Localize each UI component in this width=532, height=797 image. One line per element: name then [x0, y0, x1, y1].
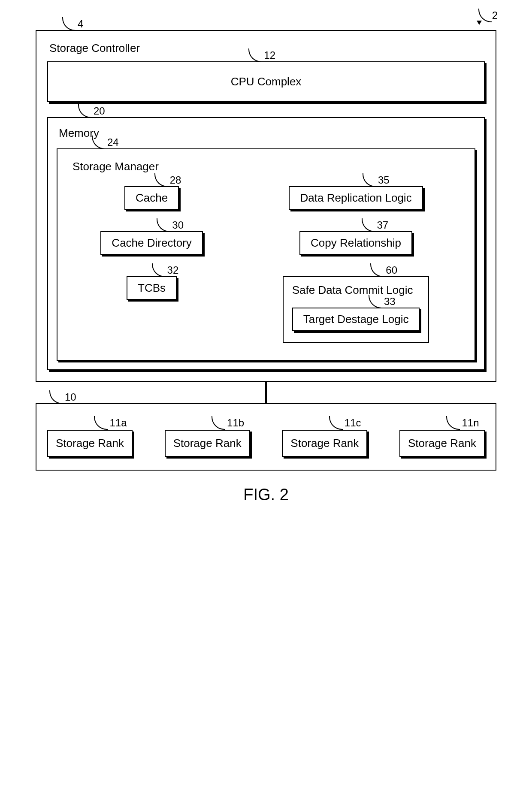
storage-rank-box-n: Storage Rank: [399, 430, 485, 457]
ref-11n-text: 11n: [462, 417, 479, 429]
ref-11a-text: 11a: [109, 417, 127, 429]
connector-line: [265, 382, 267, 403]
storage-array-box: 10 11a Storage Rank 11b Storage Rank 1: [36, 403, 496, 471]
data-replication-box: 35 Data Replication Logic: [289, 186, 423, 210]
ref-37-text: 37: [377, 219, 389, 231]
ref-4-text: 4: [78, 18, 83, 30]
ref-20: 20: [78, 104, 105, 118]
copy-relationship-box: 37 Copy Relationship: [299, 231, 412, 255]
cpu-complex-box: 12 CPU Complex: [47, 61, 485, 102]
storage-rank-box-b: Storage Rank: [165, 430, 250, 457]
ref-24: 24: [92, 136, 119, 149]
ref-2-text: 2: [492, 9, 498, 21]
tcbs-box: 32 TCBs: [127, 276, 177, 300]
cache-box: 28 Cache: [124, 186, 179, 210]
ref-28-text: 28: [170, 174, 181, 186]
ref-12: 12: [248, 48, 275, 62]
cache-text: Cache: [136, 191, 168, 204]
storage-rank-text-b: Storage Rank: [173, 437, 242, 450]
ref-32-text: 32: [167, 264, 179, 276]
cache-directory-box: 30 Cache Directory: [100, 231, 203, 255]
ref-10-text: 10: [65, 391, 76, 403]
ref-60-text: 60: [386, 264, 397, 276]
storage-manager-box: 24 Storage Manager 28 Cache: [57, 148, 475, 361]
storage-rank-box-c: Storage Rank: [282, 430, 367, 457]
ref-33-text: 33: [384, 296, 396, 308]
data-replication-text: Data Replication Logic: [300, 191, 411, 204]
ref-20-text: 20: [94, 105, 105, 117]
storage-controller-box: 4 Storage Controller 12 CPU Complex 20 M…: [36, 30, 496, 382]
storage-rank-box-a: Storage Rank: [47, 430, 133, 457]
memory-box: 20 Memory 24 Storage Manager 28 Cache: [47, 117, 485, 370]
ref-4: 4: [62, 17, 83, 31]
storage-rank-text-c: Storage Rank: [290, 437, 359, 450]
ref-11b: 11b: [212, 416, 244, 430]
ref-11a: 11a: [94, 416, 127, 430]
storage-manager-title: Storage Manager: [73, 160, 462, 173]
tcbs-text: TCBs: [138, 281, 166, 294]
ref-28: 28: [154, 173, 181, 187]
ref-11n: 11n: [446, 416, 479, 430]
ref-30: 30: [157, 218, 184, 232]
ref-35-text: 35: [378, 174, 390, 186]
ref-24-text: 24: [107, 136, 119, 148]
ref-2: 2: [478, 9, 498, 22]
target-destage-text: Target Destage Logic: [303, 313, 409, 326]
ref-32: 32: [152, 263, 179, 277]
ref-12-text: 12: [264, 49, 275, 61]
cache-directory-text: Cache Directory: [112, 236, 191, 249]
storage-rank-text-n: Storage Rank: [408, 437, 476, 450]
ref-35: 35: [363, 173, 390, 187]
target-destage-box: 33 Target Destage Logic: [292, 308, 420, 331]
storage-rank-text-a: Storage Rank: [56, 437, 124, 450]
cpu-complex-text: CPU Complex: [231, 75, 302, 88]
ref-11c: 11c: [329, 416, 361, 430]
ref-11c-text: 11c: [345, 417, 361, 429]
ref-10: 10: [49, 390, 76, 404]
copy-relationship-text: Copy Relationship: [311, 236, 401, 249]
safe-data-commit-text: Safe Data Commit Logic: [292, 284, 420, 297]
ref-37: 37: [362, 218, 389, 232]
ref-33: 33: [369, 295, 396, 308]
memory-title: Memory: [59, 127, 475, 140]
figure-label: FIG. 2: [21, 486, 511, 504]
safe-data-commit-box: 60 Safe Data Commit Logic 33 Target Dest…: [283, 276, 429, 343]
ref-60: 60: [370, 263, 397, 277]
ref-30-text: 30: [172, 219, 184, 231]
ref-11b-text: 11b: [227, 417, 244, 429]
